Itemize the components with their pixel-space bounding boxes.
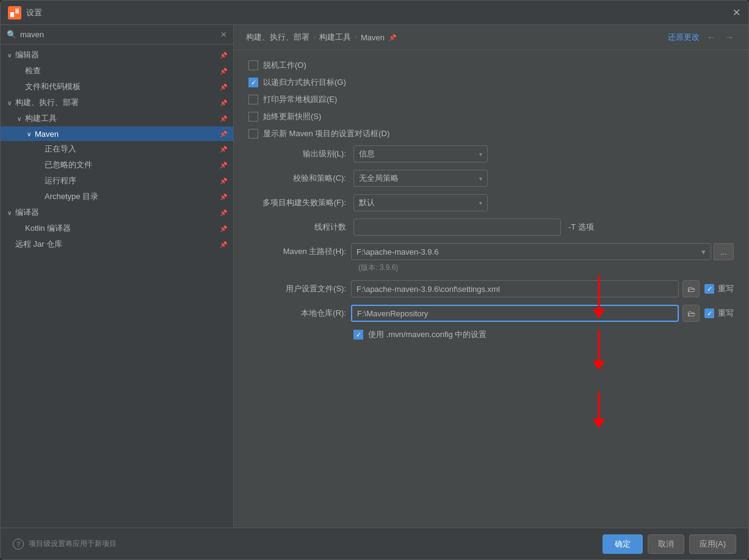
show-dialog-checkbox[interactable] <box>248 129 258 139</box>
search-input[interactable] <box>20 30 217 39</box>
maven-home-browse-button[interactable]: ... <box>714 243 734 260</box>
breadcrumb-sep: › <box>313 33 316 42</box>
sidebar-item-editor[interactable]: ∨ 编辑器 📌 <box>1 47 233 63</box>
close-button[interactable]: ✕ <box>731 8 741 18</box>
offline-checkbox[interactable] <box>248 60 258 70</box>
bottom-buttons: 确定 取消 应用(A) <box>602 534 736 554</box>
local-repo-input[interactable] <box>351 305 679 322</box>
search-clear-button[interactable]: ✕ <box>220 30 227 39</box>
svg-marker-8 <box>593 419 605 428</box>
pin-icon: 📌 <box>219 239 228 249</box>
maven-home-select[interactable]: F:\apache-maven-3.9.6 ▾ <box>351 243 711 260</box>
thread-count-input[interactable] <box>353 219 561 236</box>
pin-icon: 📌 <box>219 192 228 202</box>
print-exceptions-checkbox[interactable] <box>248 95 258 104</box>
dropdown-arrow-icon: ▾ <box>479 151 482 158</box>
multibuild-select[interactable]: 默认 ▾ <box>353 194 488 211</box>
local-repo-input-wrap: 🗁 <box>351 305 700 322</box>
checksum-value: 无全局策略 <box>359 173 399 184</box>
local-repo-row: 本地仓库(R): 🗁 重写 <box>248 305 734 322</box>
pin-icon: 📌 <box>219 208 228 217</box>
sidebar-item-compiler[interactable]: ∨ 编译器 📌 <box>1 205 233 220</box>
sidebar-item-label: Archetype 目录 <box>45 191 219 202</box>
show-dialog-label: 显示新 Maven 项目的设置对话框(D) <box>263 128 389 139</box>
checksum-row: 校验和策略(C): 无全局策略 ▾ <box>248 170 734 187</box>
pin-icon: 📌 <box>219 160 228 170</box>
main-content: 🔍 ✕ ∨ 编辑器 📌 检查 📌 <box>1 25 748 528</box>
maven-home-input-wrap: F:\apache-maven-3.9.6 ▾ ... <box>351 243 734 260</box>
svg-rect-1 <box>10 12 14 17</box>
sidebar-item-archetype[interactable]: Archetype 目录 📌 <box>1 189 233 205</box>
sidebar-item-label: 已忽略的文件 <box>45 159 219 170</box>
sidebar-item-build-exec[interactable]: ∨ 构建、执行、部署 📌 <box>1 95 233 111</box>
multibuild-row: 多项目构建失败策略(F): 默认 ▾ <box>248 194 734 211</box>
sidebar-item-importing[interactable]: 正在导入 📌 <box>1 141 233 157</box>
pin-icon: 📌 <box>219 98 228 107</box>
user-settings-input-wrap: 🗁 <box>351 280 700 297</box>
revert-button[interactable]: 还原更改 <box>668 32 700 43</box>
sidebar-item-runner[interactable]: 运行程序 📌 <box>1 173 233 189</box>
bottom-bar: ? 项目级设置将应用于新项目 确定 取消 应用(A) <box>1 528 748 559</box>
arrow-icon <box>35 177 42 184</box>
ok-button[interactable]: 确定 <box>602 534 643 554</box>
sidebar-item-remote-jar[interactable]: 远程 Jar 仓库 📌 <box>1 236 233 252</box>
sidebar-item-maven[interactable]: ∨ Maven 📌 <box>1 126 233 141</box>
recursive-checkbox[interactable] <box>248 78 258 87</box>
sidebar-item-inspection[interactable]: 检查 📌 <box>1 63 233 79</box>
search-icon: 🔍 <box>7 30 16 39</box>
breadcrumb-item-maven: Maven <box>361 33 385 42</box>
breadcrumb-item-tools: 构建工具 <box>319 32 351 43</box>
arrow-icon: ∨ <box>15 115 23 122</box>
arrow-icon <box>15 83 23 90</box>
thread-count-row: 线程计数 -T 选项 <box>248 219 734 236</box>
sidebar-item-label: 检查 <box>25 65 219 76</box>
user-settings-label: 用户设置文件(S): <box>248 283 346 294</box>
svg-rect-0 <box>8 6 21 20</box>
sidebar-item-label: 编辑器 <box>15 49 219 60</box>
title-bar: 设置 ✕ <box>1 1 748 25</box>
search-bar: 🔍 ✕ <box>1 25 233 45</box>
sidebar: 🔍 ✕ ∨ 编辑器 📌 检查 📌 <box>1 25 234 528</box>
sidebar-item-ignored-files[interactable]: 已忽略的文件 📌 <box>1 157 233 173</box>
sidebar-item-label: 远程 Jar 仓库 <box>15 239 219 250</box>
checksum-select[interactable]: 无全局策略 ▾ <box>353 170 488 187</box>
always-update-row: 始终更新快照(S) <box>248 111 734 122</box>
mvn-config-checkbox[interactable] <box>353 330 363 340</box>
breadcrumb-item-build: 构建、执行、部署 <box>246 32 309 43</box>
maven-home-row: Maven 主路径(H): F:\apache-maven-3.9.6 ▾ ..… <box>248 243 734 260</box>
output-level-select[interactable]: 信息 ▾ <box>353 145 488 162</box>
pin-icon: 📌 <box>219 66 228 76</box>
bottom-info: ? 项目级设置将应用于新项目 <box>13 539 117 550</box>
arrow-icon <box>15 67 23 75</box>
sidebar-item-file-template[interactable]: 文件和代码模板 📌 <box>1 79 233 95</box>
sidebar-item-label: 构建工具 <box>25 113 219 124</box>
local-repo-label: 本地仓库(R): <box>248 308 346 319</box>
pin-icon: 📌 <box>219 176 228 186</box>
user-settings-input[interactable] <box>351 280 679 297</box>
arrow-icon <box>35 161 42 169</box>
local-repo-override-checkbox[interactable] <box>704 308 714 318</box>
bottom-info-text: 项目级设置将应用于新项目 <box>29 539 117 549</box>
always-update-checkbox[interactable] <box>248 112 258 122</box>
thread-count-label: 线程计数 <box>248 222 346 233</box>
window-title: 设置 <box>26 7 731 18</box>
local-repo-browse-button[interactable]: 🗁 <box>682 305 700 322</box>
thread-suffix: -T 选项 <box>568 222 594 233</box>
user-settings-browse-button[interactable]: 🗁 <box>682 280 700 297</box>
nav-back-button[interactable]: ← <box>704 31 718 43</box>
print-exceptions-row: 打印异常堆栈跟踪(E) <box>248 94 734 105</box>
info-icon: ? <box>13 539 24 550</box>
pin-icon: 📌 <box>219 129 228 139</box>
recursive-row: 以递归方式执行目标(G) <box>248 77 734 88</box>
breadcrumb-bar: 构建、执行、部署 › 构建工具 › Maven 📌 还原更改 ← → <box>234 25 748 50</box>
sidebar-item-build-tools[interactable]: ∨ 构建工具 📌 <box>1 111 233 126</box>
user-settings-override-checkbox[interactable] <box>704 284 714 294</box>
sidebar-item-label: Kotlin 编译器 <box>25 223 219 234</box>
cancel-button[interactable]: 取消 <box>648 534 684 554</box>
nav-forward-button[interactable]: → <box>723 31 736 43</box>
sidebar-item-label: 运行程序 <box>45 175 219 186</box>
user-settings-override: 重写 <box>704 283 734 294</box>
apply-button[interactable]: 应用(A) <box>689 534 736 554</box>
sidebar-item-label: 文件和代码模板 <box>25 81 219 92</box>
sidebar-item-kotlin[interactable]: Kotlin 编译器 📌 <box>1 220 233 236</box>
